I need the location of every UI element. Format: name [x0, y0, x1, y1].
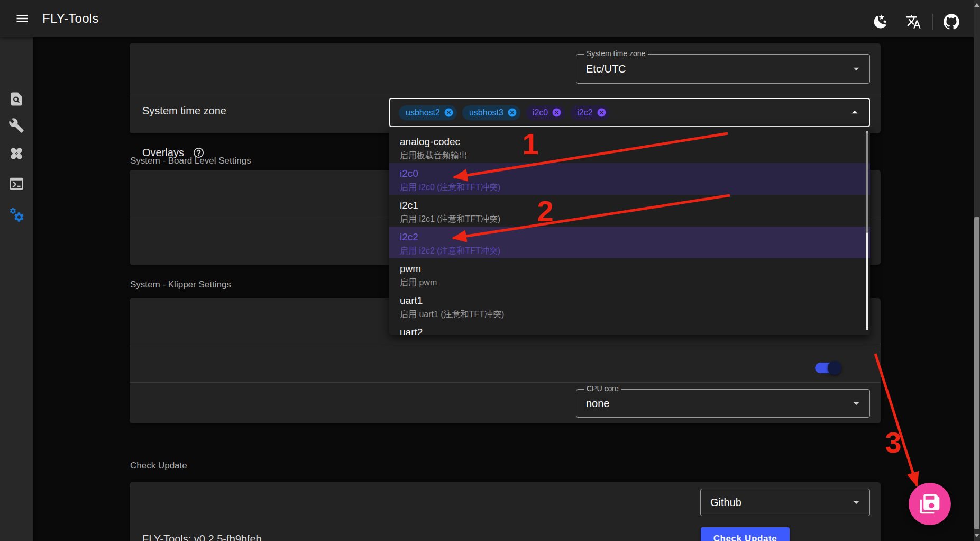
- klipperscreen-toggle[interactable]: [815, 363, 839, 373]
- sidebar-item-services-active[interactable]: [8, 206, 24, 222]
- chevron-down-icon: [849, 62, 863, 76]
- menu-item-title: uart1: [400, 294, 859, 308]
- cpu-core-select[interactable]: CPU core none: [576, 389, 870, 418]
- scrollbar-thumb[interactable]: [974, 217, 979, 529]
- chip-usbhost3[interactable]: usbhost3: [462, 105, 520, 120]
- version-text: FLY-Tools: v0.2.5-fb9bfeb: [142, 533, 262, 541]
- github-icon: [944, 14, 959, 30]
- chevron-down-icon: [849, 396, 863, 410]
- app-bar: FLY-Tools: [0, 0, 980, 37]
- section-header-board: System - Board Level Settings: [130, 156, 251, 166]
- sidebar-item-tools[interactable]: [8, 118, 24, 133]
- console-icon: [8, 176, 24, 192]
- check-update-button[interactable]: Check Update: [701, 527, 790, 541]
- chip-i2c2[interactable]: i2c2: [570, 105, 609, 120]
- chip-close-icon[interactable]: [552, 107, 562, 118]
- timezone-select-value: Etc/UTC: [586, 63, 626, 75]
- menu-item-subtitle: 启用 pwm: [400, 276, 859, 289]
- menu-item-title: pwm: [400, 262, 859, 276]
- menu-item-subtitle: 启用板载音频输出: [400, 149, 859, 162]
- row-divider: [130, 97, 881, 97]
- chevron-down-icon: [849, 495, 863, 509]
- menu-item-subtitle: 启用 i2c1 (注意和TFT冲突): [400, 212, 859, 226]
- menu-item-title: i2c1: [400, 199, 859, 212]
- bandage-icon: [8, 146, 24, 161]
- menu-item-title: i2c2: [400, 230, 859, 244]
- overlays-multiselect[interactable]: usbhost2 usbhost3 i2c0 i2c2: [389, 98, 870, 127]
- gears-icon: [8, 206, 24, 222]
- page-scrollbar[interactable]: [974, 0, 980, 541]
- dark-mode-moon-icon: [873, 14, 889, 30]
- translate-icon: [905, 14, 921, 30]
- sidebar: [0, 37, 33, 541]
- annotation-number-3: 3: [885, 426, 901, 459]
- timezone-select-label: System time zone: [584, 49, 648, 58]
- sidebar-item-terminal[interactable]: [8, 176, 24, 192]
- menu-item-subtitle: 启用 i2c2 (注意和TFT冲突): [400, 244, 859, 257]
- sidebar-item-file-search[interactable]: [8, 91, 24, 107]
- hamburger-icon: [15, 11, 30, 26]
- menu-item-uart2[interactable]: uart2: [389, 322, 870, 335]
- cpu-select-value: none: [586, 398, 610, 410]
- row-divider: [130, 344, 881, 344]
- menu-item-title: uart2: [400, 326, 859, 335]
- scrollbar-up-arrow[interactable]: [974, 3, 979, 7]
- timezone-select[interactable]: System time zone Etc/UTC: [576, 54, 870, 84]
- file-search-icon: [8, 91, 24, 107]
- menu-item-i2c2-selected[interactable]: i2c2 启用 i2c2 (注意和TFT冲突): [389, 227, 870, 258]
- chip-label: i2c0: [533, 108, 548, 118]
- row-divider: [130, 382, 881, 383]
- cpu-select-label: CPU core: [584, 384, 621, 393]
- menu-scrollbar-thumb[interactable]: [866, 132, 868, 233]
- channel-select-value: Github: [710, 497, 741, 509]
- chip-close-icon[interactable]: [507, 107, 517, 118]
- translate-button[interactable]: [903, 11, 924, 32]
- section-header-klipper: System - Klipper Settings: [130, 279, 231, 290]
- menu-item-title: analog-codec: [400, 135, 859, 149]
- menu-item-i2c0-selected[interactable]: i2c0 启用 i2c0 (注意和TFT冲突): [389, 163, 870, 195]
- chip-i2c0[interactable]: i2c0: [526, 105, 565, 120]
- fly-tools-app: FLY-Tools System time zone: [0, 0, 980, 541]
- chip-close-icon[interactable]: [444, 107, 454, 118]
- chip-label: usbhost2: [406, 108, 440, 118]
- app-title: FLY-Tools: [42, 11, 99, 26]
- menu-item-subtitle: 启用 uart1 (注意和TFT冲突): [400, 308, 859, 321]
- menu-item-analog-codec[interactable]: analog-codec 启用板载音频输出: [389, 131, 870, 163]
- overlays-dropdown-menu: analog-codec 启用板载音频输出 i2c0 启用 i2c0 (注意和T…: [389, 127, 870, 335]
- chevron-up-icon: [848, 105, 862, 121]
- hamburger-menu-button[interactable]: [11, 7, 34, 30]
- timezone-row-label: System time zone: [142, 105, 226, 117]
- wrench-icon: [8, 118, 24, 133]
- card-system-general: System time zone System time zone Etc/UT…: [130, 43, 881, 133]
- section-header-update: Check Update: [130, 461, 187, 471]
- menu-item-uart1[interactable]: uart1 启用 uart1 (注意和TFT冲突): [389, 290, 870, 322]
- scrollbar-down-arrow[interactable]: [974, 534, 979, 537]
- dark-mode-button[interactable]: [870, 11, 891, 32]
- save-all-icon: [919, 493, 940, 515]
- update-channel-select[interactable]: Github: [700, 489, 870, 516]
- sidebar-item-patch[interactable]: [8, 146, 24, 161]
- chip-label: i2c2: [577, 108, 592, 118]
- toggle-knob: [828, 361, 841, 375]
- menu-item-title: i2c0: [400, 167, 859, 181]
- appbar-divider: [932, 14, 933, 30]
- chip-usbhost2[interactable]: usbhost2: [399, 105, 457, 120]
- menu-item-i2c1[interactable]: i2c1 启用 i2c1 (注意和TFT冲突): [389, 195, 870, 227]
- chip-label: usbhost3: [469, 108, 503, 118]
- save-fab-button[interactable]: [909, 483, 951, 525]
- menu-item-pwm[interactable]: pwm 启用 pwm: [389, 258, 870, 290]
- annotation-arrow-3: [875, 354, 917, 486]
- card-check-update: Update channel Github FLY-Tools: v0.2.5-…: [130, 482, 881, 541]
- chip-close-icon[interactable]: [597, 107, 607, 118]
- github-button[interactable]: [941, 11, 962, 32]
- menu-item-subtitle: 启用 i2c0 (注意和TFT冲突): [400, 181, 859, 194]
